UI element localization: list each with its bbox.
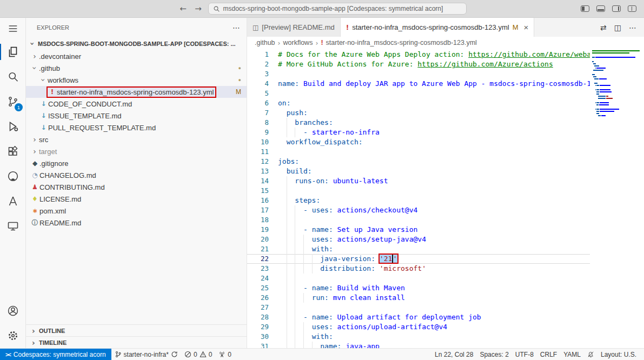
search-sidebar-icon[interactable] <box>0 64 25 89</box>
remote-explorer-icon[interactable] <box>0 214 25 238</box>
tree-item-label: LICENSE.md <box>39 195 81 203</box>
source-control-icon[interactable]: 1 <box>0 89 25 114</box>
notifications-item[interactable] <box>584 349 597 360</box>
tree-item-label: target <box>39 148 57 156</box>
tree-item-target[interactable]: ›target <box>26 145 247 157</box>
extensions-icon[interactable] <box>0 139 25 164</box>
radio-tower-icon <box>218 351 225 358</box>
cursor-position-item[interactable]: Ln 22, Col 28 <box>431 349 476 360</box>
error-count: 0 <box>194 351 197 358</box>
code-line: 10 workflow_dispatch: <box>247 137 590 147</box>
breadcrumb-item[interactable]: .github <box>255 39 275 46</box>
tree-item-starter-no-infra-msdocs-spring-cosmosdb-123-yml[interactable]: !starter-no-infra_msdocs-spring-cosmosdb… <box>26 86 247 98</box>
tree-item--devcontainer[interactable]: ›.devcontainer <box>26 50 247 62</box>
code-line: 1# Docs for the Azure Web Apps Deploy ac… <box>247 50 590 59</box>
remote-icon: >< <box>5 351 10 358</box>
breadcrumb-item[interactable]: workflows <box>283 39 313 46</box>
markdown-file-icon: ↓ <box>39 101 48 107</box>
info-file-icon: ⓘ <box>30 219 39 226</box>
branch-label: starter-no-infra* <box>124 351 169 358</box>
more-actions-icon[interactable]: ⋯ <box>629 23 636 32</box>
tree-item-label: .gitignore <box>39 159 68 168</box>
chevron-right-icon: › <box>30 52 39 60</box>
tab-workflow-yml[interactable]: ! starter-no-infra_msdocs-spring-cosmosd… <box>341 18 535 37</box>
outline-section[interactable]: › OUTLINE <box>26 324 247 336</box>
tree-item-label: starter-no-infra_msdocs-spring-cosmosdb-… <box>57 88 214 96</box>
toggle-sidebar-icon[interactable] <box>581 5 589 12</box>
code-line: 2# More GitHub Actions for Azure: https:… <box>247 59 590 69</box>
line-number: 25 <box>247 283 269 293</box>
license-file-icon: ♦ <box>30 196 39 202</box>
eol-item[interactable]: CRLF <box>537 349 560 360</box>
toggle-panel-icon[interactable] <box>596 5 605 12</box>
tree-item-label: ISSUE_TEMPLATE.md <box>48 112 122 120</box>
sidebar-more-actions-icon[interactable]: ⋯ <box>233 23 240 32</box>
settings-gear-icon[interactable] <box>0 323 25 348</box>
git-branch-item[interactable]: starter-no-infra* <box>111 349 181 360</box>
line-number: 22 <box>247 254 269 264</box>
language-mode-item[interactable]: YAML <box>560 349 584 360</box>
code-line: 21 with: <box>247 244 590 254</box>
file-tree: ›.devcontainer›.github●›workflows●!start… <box>26 50 247 324</box>
line-number: 18 <box>247 215 269 225</box>
encoding-item[interactable]: UTF-8 <box>512 349 537 360</box>
customize-layout-icon[interactable] <box>628 5 636 12</box>
code-line: 24 <box>247 274 590 283</box>
line-number: 26 <box>247 293 269 303</box>
tree-item-label: .github <box>39 64 60 72</box>
tree-item-workflows[interactable]: ›workflows● <box>26 74 247 86</box>
problems-item[interactable]: 0 0 <box>181 349 215 360</box>
line-number: 7 <box>247 108 269 118</box>
minimap[interactable] <box>591 49 642 348</box>
line-number: 4 <box>247 79 269 89</box>
tree-item-pull-request-template-md[interactable]: ↓PULL_REQUEST_TEMPLATE.md <box>26 122 247 134</box>
tree-item-code-of-conduct-md[interactable]: ↓CODE_OF_CONDUCT.md <box>26 98 247 110</box>
back-button[interactable]: ← <box>178 4 189 14</box>
forward-button[interactable]: → <box>193 4 204 14</box>
code-line: 29 uses: actions/upload-artifact@v4 <box>247 322 590 332</box>
tree-item-label: PULL_REQUEST_TEMPLATE.md <box>48 124 156 132</box>
root-folder-header[interactable]: › MSDOCS-SPRING-BOOT-MONGODB-SAMPLE-APP … <box>26 37 247 50</box>
timeline-label: TIMELINE <box>39 339 67 346</box>
tree-item-issue-template-md[interactable]: ↓ISSUE_TEMPLATE.md <box>26 110 247 122</box>
line-number: 20 <box>247 235 269 244</box>
preview-icon: ◫ <box>253 24 258 31</box>
tree-item--github[interactable]: ›.github● <box>26 62 247 74</box>
tab-readme-preview[interactable]: ◫ [Preview] README.md <box>247 18 341 37</box>
menu-icon[interactable] <box>0 18 25 39</box>
command-center-search[interactable]: msdocs-spring-boot-mongodb-sample-app [C… <box>208 3 467 15</box>
remote-indicator[interactable]: >< Codespaces: symmetrical acorn <box>0 349 111 360</box>
line-number: 11 <box>247 147 269 157</box>
toggle-secondary-sidebar-icon[interactable] <box>612 5 621 12</box>
compare-changes-icon[interactable]: ⇄ <box>600 23 607 32</box>
warnings-icon <box>200 351 207 358</box>
keyboard-layout-item[interactable]: Layout: U.S. <box>597 349 640 360</box>
azure-icon[interactable] <box>0 189 25 214</box>
account-icon[interactable] <box>0 298 25 323</box>
line-number: 3 <box>247 69 269 79</box>
tree-item-changelog-md[interactable]: ◔CHANGELOG.md <box>26 169 247 181</box>
tree-item-contributing-md[interactable]: ♟CONTRIBUTING.md <box>26 181 247 193</box>
tree-item-label: .devcontainer <box>39 52 81 61</box>
close-icon[interactable]: × <box>523 23 528 32</box>
github-icon[interactable] <box>0 164 25 189</box>
sidebar-title: EXPLORER <box>37 24 69 31</box>
indentation-item[interactable]: Spaces: 2 <box>476 349 512 360</box>
tree-item-license-md[interactable]: ♦LICENSE.md <box>26 193 247 205</box>
split-editor-icon[interactable]: ◫ <box>614 23 621 32</box>
contrib-file-icon: ♟ <box>30 184 39 190</box>
explorer-icon[interactable] <box>0 39 25 64</box>
tree-item-pom-xml[interactable]: ∗pom.xml <box>26 205 247 217</box>
tree-item-label: CONTRIBUTING.md <box>39 183 105 191</box>
timeline-section[interactable]: › TIMELINE <box>26 336 247 348</box>
markdown-file-icon: ↓ <box>39 112 48 119</box>
ports-item[interactable]: 0 <box>215 349 235 360</box>
breadcrumb-item[interactable]: starter-no-infra_msdocs-spring-cosmosdb-… <box>326 39 477 46</box>
tree-item--gitignore[interactable]: ◆.gitignore <box>26 157 247 169</box>
explorer-sidebar: EXPLORER ⋯ › MSDOCS-SPRING-BOOT-MONGODB-… <box>26 18 247 348</box>
tree-item-src[interactable]: ›src <box>26 134 247 145</box>
annotated-value: '21' <box>380 255 397 263</box>
code-editor[interactable]: 1# Docs for the Azure Web Apps Deploy ac… <box>247 49 590 348</box>
run-debug-icon[interactable] <box>0 114 25 139</box>
tree-item-readme-md[interactable]: ⓘREADME.md <box>26 217 247 229</box>
